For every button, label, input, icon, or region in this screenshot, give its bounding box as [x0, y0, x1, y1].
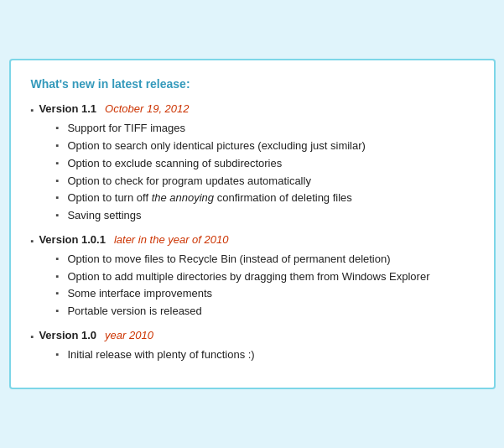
feature-item: Initial release with plenty of functions…	[55, 346, 473, 364]
feature-item: Option to check for program updates auto…	[55, 173, 473, 190]
version-header-1.1: Version 1.1 October 19, 2012	[39, 102, 473, 115]
version-bullet-1.0: ▪	[31, 331, 34, 341]
feature-item: Some interface improvements	[55, 285, 473, 303]
version-header-1.0.1: Version 1.0.1 later in the year of 2010	[39, 233, 473, 246]
feature-item: Support for TIFF images	[55, 120, 473, 138]
version-section-1.1: ▪ Version 1.1 October 19, 2012 Support f…	[31, 102, 474, 225]
feature-list-1.1: Support for TIFF images Option to search…	[39, 120, 473, 225]
version-content-1.1: Version 1.1 October 19, 2012 Support for…	[39, 102, 473, 225]
version-date-1.0: year 2010	[105, 329, 153, 341]
version-date-1.1: October 19, 2012	[105, 102, 189, 115]
version-label-1.0: Version 1.0	[39, 329, 96, 341]
main-container: What's new in latest release: ▪ Version …	[9, 59, 496, 389]
version-label-1.0.1: Version 1.0.1	[39, 233, 106, 246]
feature-list-1.0: Initial release with plenty of functions…	[39, 346, 473, 364]
version-date-1.0.1: later in the year of 2010	[114, 233, 229, 246]
feature-item: Option to add multiple directories by dr…	[55, 268, 473, 286]
version-content-1.0.1: Version 1.0.1 later in the year of 2010 …	[39, 233, 473, 320]
feature-item: Option to move files to Recycle Bin (ins…	[55, 251, 473, 268]
page-title: What's new in latest release:	[31, 77, 474, 91]
version-content-1.0: Version 1.0 year 2010 Initial release wi…	[39, 329, 473, 364]
version-bullet-1.0.1: ▪	[31, 236, 34, 246]
version-section-1.0.1: ▪ Version 1.0.1 later in the year of 201…	[31, 233, 474, 320]
feature-item: Portable version is released	[55, 303, 473, 320]
italic-text: the annoying	[152, 191, 214, 204]
feature-item: Saving settings	[55, 207, 473, 225]
version-label-1.1: Version 1.1	[39, 102, 96, 115]
feature-item: Option to turn off the annoying confirma…	[55, 190, 473, 207]
feature-item: Option to exclude scanning of subdirecto…	[55, 155, 473, 173]
version-bullet-1.1: ▪	[31, 105, 34, 115]
version-header-1.0: Version 1.0 year 2010	[39, 329, 473, 341]
version-section-1.0: ▪ Version 1.0 year 2010 Initial release …	[31, 329, 474, 364]
feature-list-1.0.1: Option to move files to Recycle Bin (ins…	[39, 251, 473, 320]
feature-item: Option to search only identical pictures…	[55, 138, 473, 155]
